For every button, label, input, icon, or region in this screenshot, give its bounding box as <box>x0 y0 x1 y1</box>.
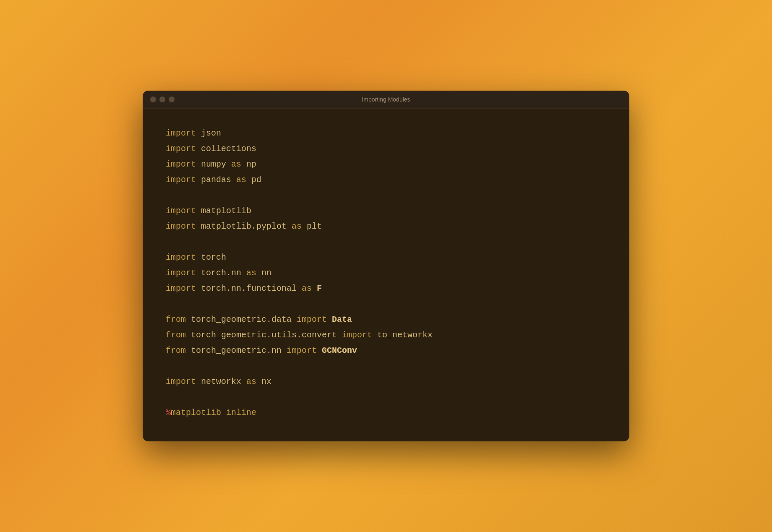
code-line: from torch_geometric.nn import GCNConv <box>166 343 606 358</box>
empty-line <box>166 234 606 250</box>
code-line: import collections <box>166 141 606 156</box>
code-area: import json import collections import nu… <box>143 109 629 441</box>
code-line: %matplotlib inline <box>166 405 606 420</box>
close-button[interactable] <box>150 96 156 102</box>
code-line: import json <box>166 125 606 141</box>
code-line: import torch.nn.functional as F <box>166 281 606 296</box>
code-line: from torch_geometric.data import Data <box>166 312 606 327</box>
empty-line <box>166 296 606 312</box>
code-line: import torch.nn as nn <box>166 265 606 281</box>
code-line: import matplotlib <box>166 203 606 219</box>
empty-line <box>166 389 606 405</box>
code-line: import pandas as pd <box>166 172 606 188</box>
empty-line <box>166 188 606 203</box>
titlebar: Importing Modules <box>143 91 629 109</box>
minimize-button[interactable] <box>159 96 165 102</box>
code-line: import numpy as np <box>166 156 606 172</box>
code-line: from torch_geometric.utils.convert impor… <box>166 327 606 343</box>
traffic-lights <box>150 96 175 102</box>
code-line: import matplotlib.pyplot as plt <box>166 219 606 234</box>
empty-line <box>166 358 606 374</box>
code-line: import torch <box>166 250 606 265</box>
code-line: import networkx as nx <box>166 374 606 389</box>
terminal-window: Importing Modules import json import col… <box>143 91 629 441</box>
maximize-button[interactable] <box>169 96 175 102</box>
window-title: Importing Modules <box>362 96 410 103</box>
